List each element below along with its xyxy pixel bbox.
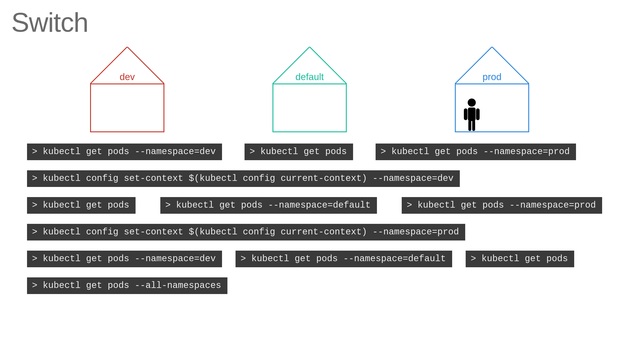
- cmd-box: > kubectl get pods: [466, 251, 574, 267]
- svg-point-6: [468, 98, 476, 107]
- house-dev: dev: [90, 47, 164, 132]
- cmd-row-4: > kubectl config set-context $(kubectl c…: [11, 224, 633, 241]
- cmd-row-3: > kubectl get pods > kubectl get pods --…: [11, 197, 633, 214]
- cmd-row-1: > kubectl get pods --namespace=dev > kub…: [11, 144, 633, 160]
- cmd-box: > kubectl get pods --namespace=default: [160, 197, 377, 214]
- house-label-default: default: [272, 71, 347, 84]
- house-default: default: [272, 47, 347, 132]
- cmd-box: > kubectl get pods --namespace=default: [236, 251, 452, 267]
- house-shape-default: [272, 47, 347, 132]
- house-label-prod: prod: [455, 71, 529, 84]
- houses-row: dev default prod: [11, 47, 633, 132]
- person-icon: [462, 98, 482, 131]
- cmd-box: > kubectl get pods --namespace=prod: [376, 144, 576, 160]
- cmd-box: > kubectl get pods: [27, 197, 136, 214]
- svg-rect-1: [90, 84, 164, 132]
- page-title: Switch: [11, 7, 633, 38]
- svg-rect-11: [472, 120, 475, 131]
- cmd-box: > kubectl get pods --namespace=prod: [402, 197, 602, 214]
- cmd-row-2: > kubectl config set-context $(kubectl c…: [11, 170, 633, 187]
- cmd-box: > kubectl get pods --namespace=dev: [27, 144, 222, 160]
- house-label-dev: dev: [90, 71, 164, 84]
- svg-rect-9: [476, 108, 480, 120]
- house-shape-dev: [90, 47, 164, 132]
- svg-rect-3: [273, 84, 346, 132]
- cmd-row-6: > kubectl get pods --all-namespaces: [11, 277, 633, 294]
- cmd-box: > kubectl config set-context $(kubectl c…: [27, 224, 465, 241]
- cmd-box: > kubectl get pods --all-namespaces: [27, 277, 228, 294]
- svg-rect-10: [468, 120, 471, 131]
- house-prod: prod: [455, 47, 529, 132]
- svg-rect-7: [468, 107, 476, 121]
- cmd-box: > kubectl get pods: [244, 144, 353, 160]
- cmd-row-5: > kubectl get pods --namespace=dev > kub…: [11, 251, 633, 267]
- slide: Switch dev default: [0, 0, 644, 337]
- svg-rect-8: [464, 108, 468, 120]
- cmd-box: > kubectl config set-context $(kubectl c…: [27, 170, 460, 187]
- cmd-box: > kubectl get pods --namespace=dev: [27, 251, 222, 267]
